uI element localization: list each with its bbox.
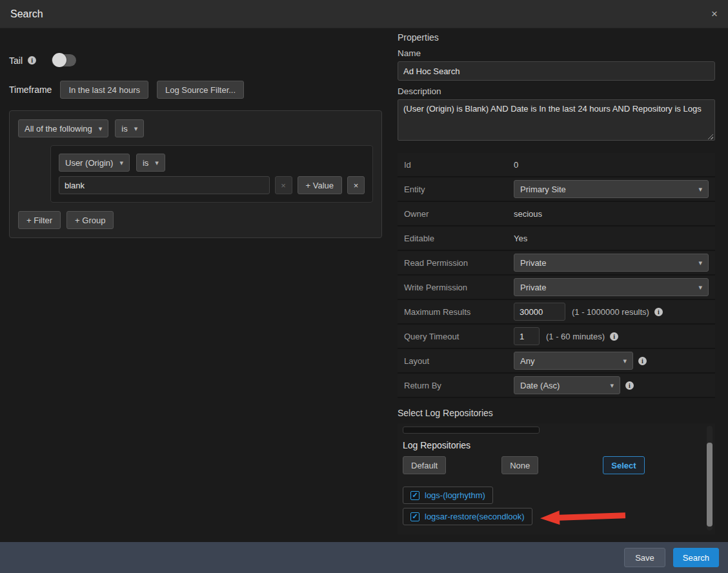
- query-timeout-input[interactable]: [514, 327, 540, 345]
- repository-actions: Default None Select: [403, 456, 701, 474]
- table-row-return-by: Return By Date (Asc) ▾ i: [398, 374, 715, 398]
- table-row-maximum-results: Maximum Results (1 - 1000000 results) i: [398, 300, 715, 325]
- checkbox-checked-icon[interactable]: ✓: [410, 512, 420, 521]
- row-label: Query Timeout: [404, 332, 514, 341]
- row-label: Maximum Results: [404, 307, 514, 317]
- search-button[interactable]: Search: [673, 548, 719, 567]
- info-icon[interactable]: i: [610, 332, 618, 341]
- repository-chip-logs-logrhythm[interactable]: ✓ logs-(logrhythm): [403, 487, 493, 504]
- id-value: 0: [514, 160, 518, 170]
- repository-label: logsar-restore(secondlook): [425, 512, 525, 521]
- chevron-down-icon: ▾: [134, 125, 138, 133]
- timeframe-button[interactable]: In the last 24 hours: [60, 81, 148, 99]
- dialog-footer: Save Search: [0, 542, 728, 573]
- tail-toggle[interactable]: [52, 54, 76, 66]
- entity-value: Primary Site: [520, 185, 566, 194]
- dialog-titlebar: Search ×: [0, 0, 728, 28]
- log-repositories-box: Log Repositories Default None Select ✓ l…: [398, 423, 715, 534]
- list-item: ✓ logsar-restore(secondlook): [403, 508, 701, 525]
- scrollbar-thumb[interactable]: [707, 443, 713, 527]
- group-operator-value: All of the following: [25, 124, 92, 134]
- table-row-layout: Layout Any ▾ i: [398, 349, 715, 374]
- name-input[interactable]: [398, 61, 715, 81]
- properties-panel: Properties Name Description (User (Origi…: [398, 28, 720, 542]
- chevron-down-icon: ▾: [610, 381, 614, 390]
- description-label: Description: [398, 86, 715, 96]
- table-row-query-timeout: Query Timeout (1 - 60 minutes) i: [398, 325, 715, 349]
- tail-row: Tail i: [9, 54, 389, 66]
- layout-select[interactable]: Any ▾: [514, 352, 633, 370]
- filter-item-box: User (Origin) ▾ is ▾ × + Value ×: [50, 145, 373, 203]
- table-row-owner: Owner secious: [398, 202, 715, 226]
- chevron-down-icon: ▾: [698, 259, 702, 267]
- row-label: Read Permission: [404, 258, 514, 268]
- info-icon[interactable]: i: [625, 381, 634, 390]
- properties-table: Id 0 Entity Primary Site ▾ Owner secious…: [398, 153, 715, 398]
- none-button[interactable]: None: [501, 456, 538, 474]
- repository-chip-logsar-restore-secondlook[interactable]: ✓ logsar-restore(secondlook): [403, 508, 532, 525]
- log-repositories-heading: Log Repositories: [403, 440, 701, 450]
- list-item: ✓ logs-(logrhythm): [403, 487, 701, 504]
- maximum-results-hint: (1 - 1000000 results): [572, 307, 649, 317]
- table-row-read-permission: Read Permission Private ▾: [398, 251, 715, 276]
- entity-select[interactable]: Primary Site ▾: [514, 180, 709, 198]
- remove-value-button[interactable]: ×: [275, 176, 292, 194]
- chevron-down-icon: ▾: [119, 159, 123, 167]
- save-button[interactable]: Save: [624, 548, 665, 567]
- row-label: Entity: [404, 185, 514, 194]
- name-label: Name: [398, 48, 715, 58]
- filter-value-input[interactable]: [59, 176, 270, 194]
- dialog-title: Search: [10, 8, 43, 20]
- info-icon[interactable]: i: [654, 308, 663, 316]
- toggle-knob: [52, 53, 66, 67]
- timeframe-label: Timeframe: [9, 85, 52, 95]
- row-label: Owner: [404, 209, 514, 219]
- layout-value: Any: [520, 356, 534, 366]
- table-row-entity: Entity Primary Site ▾: [398, 177, 715, 202]
- return-by-value: Date (Asc): [520, 381, 560, 390]
- field-select[interactable]: User (Origin) ▾: [59, 154, 130, 172]
- description-textarea[interactable]: (User (Origin) is Blank) AND Date is In …: [398, 99, 715, 141]
- row-label: Editable: [404, 234, 514, 243]
- scrolled-partial-field: [403, 427, 540, 434]
- filter-group-box: All of the following ▾ is ▾ User (Origin…: [9, 110, 382, 238]
- row-label: Layout: [404, 356, 514, 366]
- query-timeout-hint: (1 - 60 minutes): [546, 332, 605, 341]
- row-label: Id: [404, 160, 514, 170]
- search-dialog: Search × Tail i Timeframe In the last 24…: [0, 0, 728, 573]
- red-arrow-annotation: [538, 507, 627, 527]
- log-source-filter-button[interactable]: Log Source Filter...: [157, 81, 244, 99]
- repository-list: ✓ logs-(logrhythm) ✓ logsar-restore(seco…: [403, 487, 701, 525]
- chevron-down-icon: ▾: [155, 159, 159, 167]
- owner-value: secious: [514, 209, 542, 219]
- table-row-id: Id 0: [398, 153, 715, 177]
- read-permission-value: Private: [520, 258, 546, 268]
- group-is-select[interactable]: is ▾: [115, 119, 144, 137]
- info-icon[interactable]: i: [638, 357, 647, 365]
- table-row-editable: Editable Yes: [398, 226, 715, 251]
- select-button[interactable]: Select: [603, 456, 644, 474]
- add-group-button[interactable]: + Group: [66, 211, 114, 229]
- row-label: Return By: [404, 381, 514, 390]
- add-filter-button[interactable]: + Filter: [18, 211, 61, 229]
- group-operator-select[interactable]: All of the following ▾: [18, 119, 108, 137]
- return-by-select[interactable]: Date (Asc) ▾: [514, 376, 620, 394]
- close-icon[interactable]: ×: [711, 8, 718, 19]
- row-label: Write Permission: [404, 283, 514, 292]
- chevron-down-icon: ▾: [698, 283, 702, 292]
- properties-heading: Properties: [398, 32, 715, 43]
- default-button[interactable]: Default: [403, 456, 446, 474]
- add-value-button[interactable]: + Value: [298, 176, 343, 194]
- field-is-select[interactable]: is ▾: [136, 154, 165, 172]
- table-row-write-permission: Write Permission Private ▾: [398, 276, 715, 300]
- remove-filter-button[interactable]: ×: [347, 176, 365, 194]
- repository-label: logs-(logrhythm): [425, 490, 485, 500]
- maximum-results-input[interactable]: [514, 303, 565, 321]
- read-permission-select[interactable]: Private ▾: [514, 254, 709, 272]
- checkbox-checked-icon[interactable]: ✓: [410, 491, 420, 500]
- write-permission-value: Private: [520, 283, 546, 292]
- group-is-value: is: [121, 124, 127, 134]
- info-icon[interactable]: i: [28, 56, 36, 65]
- write-permission-select[interactable]: Private ▾: [514, 278, 709, 296]
- repository-scrollbar[interactable]: [707, 426, 713, 530]
